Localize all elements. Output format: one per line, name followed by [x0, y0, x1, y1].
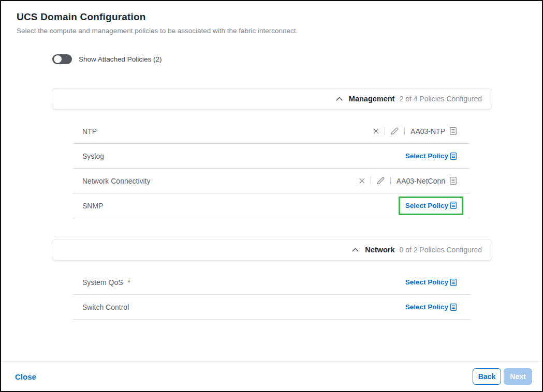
chevron-up-icon[interactable] — [352, 248, 359, 252]
select-policy-link-switch-control[interactable]: Select Policy — [405, 303, 457, 311]
remove-policy-icon-ntp[interactable] — [373, 128, 379, 134]
select-policy-link-syslog[interactable]: Select Policy — [405, 152, 457, 160]
select-policy-label: Select Policy — [405, 278, 448, 286]
edit-policy-icon-network-connectivity[interactable] — [377, 177, 385, 185]
attached-policy-controls: AA03-NTP — [373, 127, 457, 135]
ucs-domain-configuration-dialog: UCS Domain Configuration Select the comp… — [0, 0, 543, 392]
select-policy-controls: Select Policy — [405, 303, 457, 311]
section-rows: NTP AA03-NTP Syslog Select Policy — [73, 119, 471, 218]
section-network: Network 0 of 2 Policies Configured Syste… — [52, 239, 492, 320]
page-header: UCS Domain Configuration Select the comp… — [17, 11, 526, 35]
page-subtitle: Select the compute and management polici… — [17, 27, 526, 35]
policy-document-icon — [450, 177, 457, 185]
toggle-knob — [54, 55, 62, 63]
remove-policy-icon-network-connectivity[interactable] — [359, 178, 365, 184]
section-name: Management — [349, 95, 395, 103]
section-header-network[interactable]: Network 0 of 2 Policies Configured — [52, 239, 492, 261]
policy-row-ntp: NTP AA03-NTP — [73, 119, 471, 144]
select-policy-label: Select Policy — [405, 303, 448, 311]
required-marker: * — [128, 278, 130, 287]
select-policy-wrap: Select Policy — [405, 152, 457, 160]
next-button: Next — [504, 368, 532, 385]
policy-row-label: SNMP — [82, 202, 103, 210]
policy-row-label: NTP — [82, 127, 97, 135]
select-policy-controls: Select Policy — [405, 152, 457, 160]
divider — [385, 127, 385, 135]
select-policy-label: Select Policy — [405, 152, 448, 160]
close-button[interactable]: Close — [15, 372, 36, 381]
show-attached-policies-toggle[interactable] — [52, 54, 72, 64]
policy-document-icon — [450, 127, 457, 135]
attached-policy-controls: AA03-NetConn — [359, 177, 457, 185]
section-status: 2 of 4 Policies Configured — [399, 95, 482, 103]
divider — [371, 177, 371, 185]
select-policy-link-system-qos[interactable]: Select Policy — [405, 278, 457, 286]
policy-row-label: Syslog — [82, 152, 104, 160]
highlight-box-snmp: Select Policy — [399, 197, 463, 215]
edit-policy-icon-ntp[interactable] — [391, 127, 399, 135]
select-policy-controls: Select Policy — [399, 197, 457, 215]
policy-document-icon — [450, 202, 457, 209]
select-policy-link-snmp[interactable]: Select Policy — [405, 202, 457, 209]
section-name: Network — [365, 246, 394, 254]
divider — [390, 177, 391, 185]
policy-sections: Management 2 of 4 Policies Configured NT… — [52, 88, 492, 320]
section-rows: System QoS * Select Policy Switch Contro… — [73, 270, 471, 320]
select-policy-wrap: Select Policy — [405, 278, 457, 286]
back-button[interactable]: Back — [473, 368, 501, 385]
show-attached-policies-row: Show Attached Policies (2) — [52, 54, 162, 64]
policy-document-icon — [450, 304, 457, 311]
policy-document-icon — [450, 153, 457, 160]
select-policy-controls: Select Policy — [405, 278, 457, 286]
section-header-management[interactable]: Management 2 of 4 Policies Configured — [52, 88, 492, 110]
toggle-label: Show Attached Policies (2) — [79, 55, 162, 63]
policy-row-network-connectivity: Network Connectivity AA03-NetConn — [73, 169, 471, 193]
policy-row-switch-control: Switch Control Select Policy — [73, 295, 471, 320]
policy-row-label: Network Connectivity — [82, 177, 151, 185]
select-policy-wrap: Select Policy — [405, 303, 457, 311]
policy-row-label: Switch Control — [82, 303, 129, 311]
section-status: 0 of 2 Policies Configured — [399, 246, 482, 254]
section-management: Management 2 of 4 Policies Configured NT… — [52, 88, 492, 218]
chevron-up-icon[interactable] — [336, 97, 343, 101]
page-title: UCS Domain Configuration — [17, 11, 526, 23]
divider — [404, 127, 405, 135]
policy-row-label: System QoS — [82, 278, 123, 287]
wizard-footer: Close Back Next — [1, 361, 542, 391]
policy-row-syslog: Syslog Select Policy — [73, 144, 471, 169]
attached-policy-name: AA03-NetConn — [397, 177, 445, 185]
select-policy-label: Select Policy — [405, 202, 448, 209]
attached-policy-name: AA03-NTP — [410, 127, 445, 135]
policy-document-icon — [450, 279, 457, 286]
policy-row-snmp: SNMP Select Policy — [73, 193, 471, 218]
policy-row-system-qos: System QoS * Select Policy — [73, 270, 471, 295]
